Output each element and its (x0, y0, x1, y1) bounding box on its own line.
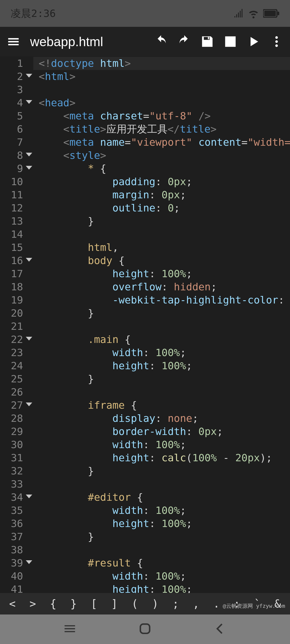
code-line[interactable] (39, 320, 290, 333)
code-line[interactable]: height: calc(100% - 20px); (39, 451, 290, 464)
back-button[interactable] (213, 622, 227, 637)
status-indicators (233, 8, 279, 19)
code-line[interactable]: border-width: 0px; (39, 425, 290, 438)
line-number: 4 (0, 96, 23, 109)
code-line[interactable]: } (39, 215, 290, 228)
image-icon (223, 35, 237, 49)
code-line[interactable]: } (39, 372, 290, 386)
code-line[interactable]: width: 100%; (39, 346, 290, 359)
line-number: 2 (0, 70, 23, 83)
save-button[interactable] (200, 35, 214, 49)
menu-icon (6, 35, 20, 49)
code-line[interactable]: } (39, 530, 290, 543)
recent-icon (63, 622, 77, 636)
code-line[interactable]: height: 100%; (39, 359, 290, 372)
code-line[interactable]: display: none; (39, 412, 290, 425)
watermark: @云帆资源网 yfzyw.com (223, 602, 285, 610)
redo-icon (177, 35, 191, 49)
code-line[interactable]: width: 100%; (39, 570, 290, 583)
image-button[interactable] (223, 35, 237, 49)
code-line[interactable]: height: 100%; (39, 517, 290, 530)
code-line[interactable]: <title>应用开发工具</title> (39, 123, 290, 136)
line-number: 26 (0, 386, 23, 399)
line-number: 10 (0, 175, 23, 188)
line-number: 14 (0, 228, 23, 241)
undo-button[interactable] (154, 35, 168, 49)
code-content[interactable]: <!doctype html><html><head> <meta charse… (39, 56, 290, 593)
toolbar: webapp.html (0, 27, 290, 56)
code-line[interactable]: <meta charset="utf-8" /> (39, 109, 290, 123)
code-line[interactable]: height: 100%; (39, 267, 290, 280)
fold-icon[interactable] (26, 560, 32, 564)
code-line[interactable]: html, (39, 241, 290, 254)
redo-button[interactable] (177, 35, 191, 49)
code-line[interactable]: body { (39, 254, 290, 267)
code-line[interactable] (39, 228, 290, 241)
code-line[interactable] (39, 83, 290, 96)
code-line[interactable]: width: 100%; (39, 438, 290, 451)
symbol-key[interactable]: < (2, 598, 23, 610)
code-line[interactable]: <head> (39, 96, 290, 109)
code-line[interactable]: overflow: hidden; (39, 280, 290, 294)
symbol-key[interactable]: , (186, 598, 206, 610)
line-number: 21 (0, 320, 23, 333)
line-number: 18 (0, 280, 23, 294)
code-line[interactable]: <style> (39, 149, 290, 162)
svg-point-4 (275, 40, 278, 43)
code-line[interactable]: #editor { (39, 491, 290, 504)
code-line[interactable] (39, 543, 290, 557)
system-nav (0, 614, 290, 644)
symbol-key[interactable]: [ (84, 598, 104, 610)
code-line[interactable]: outline: 0; (39, 202, 290, 215)
code-line[interactable]: } (39, 307, 290, 320)
line-number: 32 (0, 464, 23, 478)
status-time: 凌晨2:36 (11, 7, 56, 20)
code-line[interactable]: iframe { (39, 399, 290, 412)
code-line[interactable]: margin: 0px; (39, 188, 290, 202)
home-button[interactable] (138, 622, 152, 637)
symbol-key[interactable]: ( (125, 598, 145, 610)
code-line[interactable]: <html> (39, 70, 290, 83)
code-editor[interactable]: 1234567891011121314151617181920212223242… (0, 56, 290, 593)
play-icon (247, 35, 260, 49)
overflow-button[interactable] (270, 35, 284, 49)
fold-icon[interactable] (26, 100, 32, 104)
code-line[interactable]: * { (39, 162, 290, 175)
fold-icon[interactable] (26, 166, 32, 170)
fold-icon[interactable] (26, 258, 32, 262)
symbol-key[interactable]: ) (145, 598, 165, 610)
line-number: 33 (0, 478, 23, 491)
fold-icon[interactable] (26, 153, 32, 156)
fold-icon[interactable] (26, 495, 32, 498)
recent-button[interactable] (63, 622, 77, 637)
code-line[interactable]: width: 100%; (39, 504, 290, 517)
code-line[interactable]: <!doctype html> (33, 57, 290, 70)
code-line[interactable] (39, 478, 290, 491)
code-line[interactable] (39, 386, 290, 399)
code-line[interactable]: } (39, 464, 290, 478)
line-number: 36 (0, 517, 23, 530)
code-line[interactable]: #result { (39, 557, 290, 570)
menu-button[interactable] (6, 35, 20, 49)
fold-icon[interactable] (26, 402, 32, 406)
battery-icon (263, 9, 279, 18)
symbol-key[interactable]: { (43, 598, 63, 610)
symbol-key[interactable]: ] (104, 598, 125, 610)
fold-icon[interactable] (26, 74, 32, 78)
symbol-key[interactable]: ; (165, 598, 186, 610)
undo-icon (154, 35, 168, 49)
fold-icon[interactable] (26, 337, 32, 341)
code-line[interactable]: <meta name="viewport" content="width=dev… (39, 136, 290, 149)
line-number: 34 (0, 491, 23, 504)
symbol-key[interactable]: } (63, 598, 84, 610)
symbol-key[interactable]: > (23, 598, 43, 610)
code-line[interactable]: height: 100%; (39, 583, 290, 593)
line-number: 22 (0, 333, 23, 346)
code-line[interactable]: .main { (39, 333, 290, 346)
line-number: 28 (0, 412, 23, 425)
svg-rect-1 (264, 10, 276, 16)
more-icon (270, 35, 284, 49)
code-line[interactable]: -webkit-tap-highlight-color: transpa (39, 294, 290, 307)
code-line[interactable]: padding: 0px; (39, 175, 290, 188)
run-button[interactable] (247, 35, 260, 49)
